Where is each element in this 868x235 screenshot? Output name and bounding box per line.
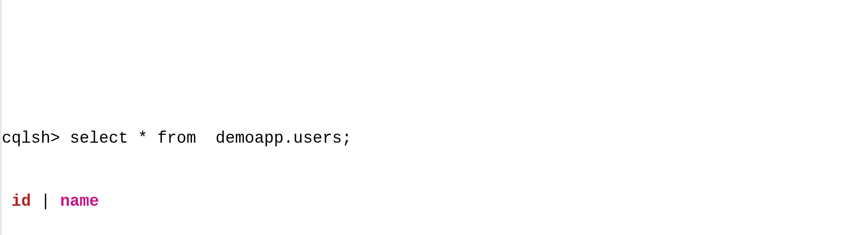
gutter	[0, 0, 2, 235]
query-line: cqlsh> select * from demoapp.users;	[2, 128, 868, 149]
query-text: select * from demoapp.users;	[60, 129, 352, 148]
column-id-header: id	[12, 192, 31, 211]
prompt: cqlsh>	[2, 129, 60, 148]
column-name-header: name	[60, 192, 99, 211]
header-sep: |	[31, 192, 60, 211]
header-line: id | name	[2, 191, 868, 212]
header-leading	[2, 192, 12, 211]
